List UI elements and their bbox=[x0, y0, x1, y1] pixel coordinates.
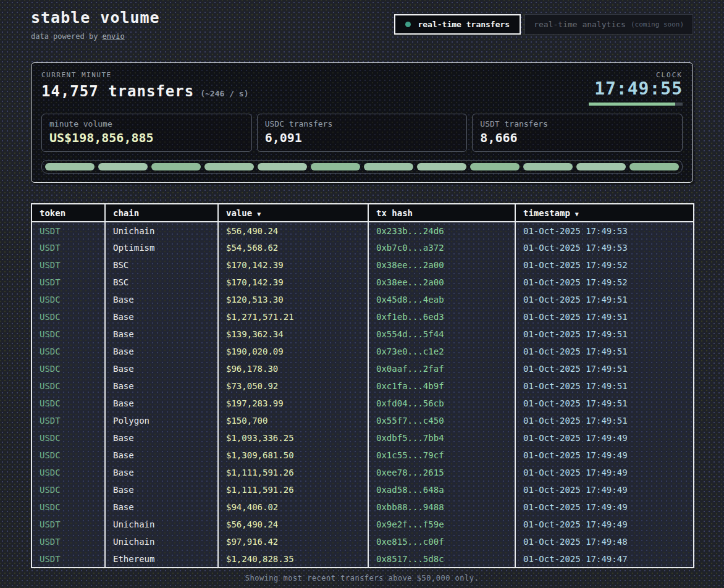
live-dot-icon bbox=[405, 22, 411, 27]
cell-token: USDT bbox=[32, 256, 105, 274]
cell-value: $170,142.39 bbox=[218, 256, 368, 274]
cell-timestamp: 01-Oct-2025 17:49:49 bbox=[515, 516, 694, 533]
stat-value: 6,091 bbox=[265, 130, 460, 145]
column-header-token: token bbox=[32, 204, 105, 222]
table-row: USDCBase$120,513.300x45d8...4eab01-Oct-2… bbox=[32, 291, 694, 308]
cell-chain: Base bbox=[105, 291, 218, 308]
cell-value: $54,568.62 bbox=[218, 239, 368, 256]
cell-tx-hash[interactable]: 0x233b...24d6 bbox=[368, 222, 515, 239]
table-row: USDCBase$73,050.920xc1fa...4b9f01-Oct-20… bbox=[32, 377, 694, 395]
cell-timestamp: 01-Oct-2025 17:49:49 bbox=[515, 464, 694, 481]
current-minute-panel: CURRENT MINUTE 14,757 transfers (~246 / … bbox=[31, 62, 693, 183]
branding: stable volume data powered by envio bbox=[31, 9, 160, 41]
cell-chain: Base bbox=[105, 377, 218, 395]
cell-token: USDC bbox=[32, 291, 105, 308]
cell-chain: Base bbox=[105, 395, 218, 412]
cell-tx-hash[interactable]: 0x38ee...2a00 bbox=[368, 256, 515, 274]
cell-tx-hash[interactable]: 0x0aaf...2faf bbox=[368, 360, 515, 377]
envio-link[interactable]: envio bbox=[103, 32, 125, 41]
cell-value: $170,142.39 bbox=[218, 274, 368, 291]
section-label: CURRENT MINUTE bbox=[41, 71, 248, 79]
cell-tx-hash[interactable]: 0x73e0...c1e2 bbox=[368, 343, 515, 360]
cell-token: USDC bbox=[32, 498, 105, 516]
minute-segment bbox=[204, 163, 254, 170]
cell-timestamp: 01-Oct-2025 17:49:51 bbox=[515, 377, 694, 395]
cell-chain: Base bbox=[105, 343, 218, 360]
cell-token: USDC bbox=[32, 447, 105, 464]
cell-tx-hash[interactable]: 0x38ee...2a00 bbox=[368, 274, 515, 291]
clock-block: CLOCK 17:49:55 bbox=[589, 71, 683, 106]
table-row: USDTPolygon$150,7000x55f7...c45001-Oct-2… bbox=[32, 412, 694, 429]
cell-token: USDC bbox=[32, 360, 105, 377]
subtitle: data powered by envio bbox=[31, 32, 160, 41]
table-row: USDTBSC$170,142.390x38ee...2a0001-Oct-20… bbox=[32, 274, 694, 291]
cell-timestamp: 01-Oct-2025 17:49:51 bbox=[515, 343, 694, 360]
cell-chain: Base bbox=[105, 308, 218, 326]
stat-value: US$198,856,885 bbox=[49, 130, 244, 145]
cell-timestamp: 01-Oct-2025 17:49:49 bbox=[515, 498, 694, 516]
column-label: chain bbox=[113, 208, 139, 218]
cell-token: USDC bbox=[32, 464, 105, 481]
cell-tx-hash[interactable]: 0x45d8...4eab bbox=[368, 291, 515, 308]
cell-tx-hash[interactable]: 0xad58...648a bbox=[368, 481, 515, 498]
cell-value: $1,309,681.50 bbox=[218, 447, 368, 464]
table-row: USDCBase$1,309,681.500x1c55...79cf01-Oct… bbox=[32, 447, 694, 464]
cell-chain: Optimism bbox=[105, 239, 218, 256]
cell-tx-hash[interactable]: 0x9e2f...f59e bbox=[368, 516, 515, 533]
table-row: USDCBase$139,362.340x554d...5f4401-Oct-2… bbox=[32, 326, 694, 343]
minute-progress-fill bbox=[589, 103, 675, 106]
cell-value: $73,050.92 bbox=[218, 377, 368, 395]
tab-label: real-time transfers bbox=[418, 20, 510, 29]
cell-chain: Base bbox=[105, 464, 218, 481]
column-header-tx-hash: tx hash bbox=[368, 204, 515, 222]
cell-timestamp: 01-Oct-2025 17:49:51 bbox=[515, 291, 694, 308]
cell-timestamp: 01-Oct-2025 17:49:52 bbox=[515, 256, 694, 274]
cell-value: $96,178.30 bbox=[218, 360, 368, 377]
cell-tx-hash[interactable]: 0x1c55...79cf bbox=[368, 447, 515, 464]
cell-tx-hash[interactable]: 0xe815...c00f bbox=[368, 533, 515, 550]
cell-chain: Polygon bbox=[105, 412, 218, 429]
column-header-timestamp[interactable]: timestamp▼ bbox=[515, 204, 694, 222]
transfers-table: tokenchainvalue▼tx hashtimestamp▼ USDTUn… bbox=[31, 203, 694, 568]
column-header-value[interactable]: value▼ bbox=[218, 204, 368, 222]
cell-tx-hash[interactable]: 0xbb88...9488 bbox=[368, 498, 515, 516]
tab-real-time-transfers[interactable]: real-time transfers bbox=[394, 14, 521, 35]
cell-tx-hash[interactable]: 0xb7c0...a372 bbox=[368, 239, 515, 256]
cell-timestamp: 01-Oct-2025 17:49:51 bbox=[515, 412, 694, 429]
column-header-chain: chain bbox=[105, 204, 218, 222]
cell-chain: Unichain bbox=[105, 516, 218, 533]
table-row: USDTUnichain$56,490.240x9e2f...f59e01-Oc… bbox=[32, 516, 694, 533]
topbar: stable volume data powered by envio real… bbox=[31, 9, 693, 41]
stat-label: USDT transfers bbox=[480, 119, 675, 128]
cell-token: USDC bbox=[32, 429, 105, 447]
tab-real-time-analytics[interactable]: real-time analytics (coming soon) bbox=[524, 14, 693, 35]
cell-tx-hash[interactable]: 0xee78...2615 bbox=[368, 464, 515, 481]
cell-tx-hash[interactable]: 0xf1eb...6ed3 bbox=[368, 308, 515, 326]
cell-chain: Ethereum bbox=[105, 550, 218, 568]
cell-tx-hash[interactable]: 0x554d...5f44 bbox=[368, 326, 515, 343]
cell-value: $1,271,571.21 bbox=[218, 308, 368, 326]
table-row: USDCBase$190,020.090x73e0...c1e201-Oct-2… bbox=[32, 343, 694, 360]
cell-token: USDC bbox=[32, 326, 105, 343]
cell-timestamp: 01-Oct-2025 17:49:49 bbox=[515, 429, 694, 447]
cell-tx-hash[interactable]: 0xdbf5...7bb4 bbox=[368, 429, 515, 447]
minute-segment bbox=[151, 163, 201, 170]
footer-note: Showing most recent transfers above $50,… bbox=[31, 574, 693, 582]
transfers-rate: (~246 / s) bbox=[200, 89, 248, 98]
table-row: USDCBase$1,111,591.260xad58...648a01-Oct… bbox=[32, 481, 694, 498]
cell-timestamp: 01-Oct-2025 17:49:53 bbox=[515, 239, 694, 256]
minute-segment bbox=[258, 163, 307, 170]
table-row: USDCBase$96,178.300x0aaf...2faf01-Oct-20… bbox=[32, 360, 694, 377]
tab-label: real-time analytics bbox=[534, 20, 626, 29]
column-label: token bbox=[40, 208, 65, 218]
cell-tx-hash[interactable]: 0xfd04...56cb bbox=[368, 395, 515, 412]
cell-token: USDC bbox=[32, 481, 105, 498]
cell-timestamp: 01-Oct-2025 17:49:48 bbox=[515, 533, 694, 550]
cell-token: USDT bbox=[32, 239, 105, 256]
table-row: USDTBSC$170,142.390x38ee...2a0001-Oct-20… bbox=[32, 256, 694, 274]
minute-segment bbox=[523, 163, 573, 170]
minute-segment bbox=[470, 163, 520, 170]
cell-tx-hash[interactable]: 0x55f7...c450 bbox=[368, 412, 515, 429]
cell-tx-hash[interactable]: 0x8517...5d8c bbox=[368, 550, 515, 568]
cell-tx-hash[interactable]: 0xc1fa...4b9f bbox=[368, 377, 515, 395]
